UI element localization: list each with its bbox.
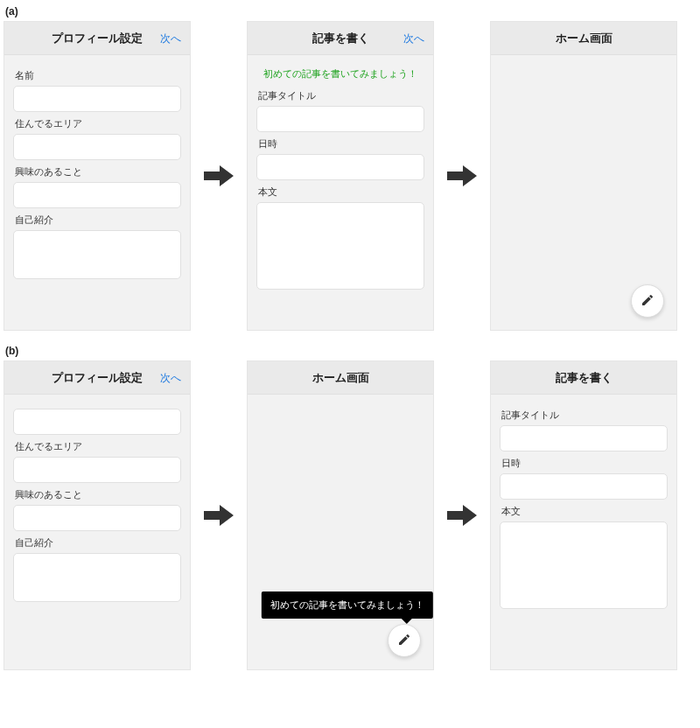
label-bio-a: 自己紹介: [15, 214, 181, 227]
body-profile-a: 名前 住んでるエリア 興味のあること 自己紹介: [4, 55, 190, 330]
row-b-label: (b): [5, 345, 696, 357]
body-home-a: [491, 55, 676, 330]
label-articletitle-a: 記事タイトル: [258, 89, 424, 102]
input-name-a[interactable]: [13, 86, 181, 112]
textarea-body-b[interactable]: [500, 522, 668, 609]
row-b: プロフィール設定 次へ 住んでるエリア 興味のあること 自己紹介 ホーム画面 初…: [4, 360, 696, 670]
header-home-a: ホーム画面: [491, 22, 676, 55]
input-area-a[interactable]: [13, 134, 181, 160]
header-write-a: 記事を書く 次へ: [248, 22, 433, 55]
screen-home-b: ホーム画面 初めての記事を書いてみましょう！: [247, 360, 434, 670]
title-profile-b: プロフィール設定: [52, 370, 143, 386]
input-articletitle-b[interactable]: [500, 425, 668, 452]
label-articletitle-b: 記事タイトル: [501, 409, 668, 422]
pencil-icon: [397, 633, 411, 649]
input-interests-a[interactable]: [13, 182, 181, 208]
label-body-b: 本文: [501, 505, 668, 518]
input-interests-b[interactable]: [13, 505, 181, 531]
arrow-right-icon: [443, 164, 481, 188]
label-bio-b: 自己紹介: [15, 536, 181, 550]
body-write-a: 初めての記事を書いてみましょう！ 記事タイトル 日時 本文: [248, 55, 433, 330]
label-area-b: 住んでるエリア: [15, 440, 181, 453]
textarea-bio-a[interactable]: [13, 230, 181, 279]
textarea-body-a[interactable]: [256, 202, 424, 290]
next-button-write-a[interactable]: 次へ: [403, 31, 424, 46]
title-home-a: ホーム画面: [556, 31, 612, 46]
label-name-a: 名前: [15, 69, 181, 82]
header-home-b: ホーム画面: [248, 361, 433, 395]
body-write-b: 記事タイトル 日時 本文: [491, 395, 676, 669]
title-home-b: ホーム画面: [312, 370, 369, 386]
input-datetime-a[interactable]: [256, 154, 424, 180]
label-datetime-a: 日時: [258, 137, 424, 150]
title-write-a: 記事を書く: [312, 31, 369, 46]
label-area-a: 住んでるエリア: [15, 117, 181, 130]
label-interests-a: 興味のあること: [15, 165, 181, 178]
header-profile-b: プロフィール設定 次へ: [4, 361, 190, 395]
next-button-profile-a[interactable]: 次へ: [160, 31, 181, 46]
header-write-b: 記事を書く: [491, 361, 676, 395]
hint-first-article-a: 初めての記事を書いてみましょう！: [256, 67, 424, 80]
body-profile-b: 住んでるエリア 興味のあること 自己紹介: [4, 395, 190, 669]
screen-profile-a: プロフィール設定 次へ 名前 住んでるエリア 興味のあること 自己紹介: [4, 21, 191, 331]
fab-compose-a[interactable]: [631, 284, 664, 318]
fab-compose-b[interactable]: [388, 624, 421, 657]
input-datetime-b[interactable]: [500, 473, 668, 500]
row-a-label: (a): [5, 5, 696, 18]
arrow-right-icon: [443, 503, 481, 528]
screen-write-a: 記事を書く 次へ 初めての記事を書いてみましょう！ 記事タイトル 日時 本文: [247, 21, 434, 331]
body-home-b: 初めての記事を書いてみましょう！: [248, 395, 433, 669]
title-write-b: 記事を書く: [556, 370, 612, 386]
screen-write-b: 記事を書く 記事タイトル 日時 本文: [490, 360, 677, 670]
tooltip-first-article: 初めての記事を書いてみましょう！: [262, 592, 433, 619]
header-profile-a: プロフィール設定 次へ: [4, 22, 190, 55]
screen-profile-b: プロフィール設定 次へ 住んでるエリア 興味のあること 自己紹介: [4, 360, 191, 670]
arrow-right-icon: [200, 164, 238, 188]
input-articletitle-a[interactable]: [256, 106, 424, 132]
screen-home-a: ホーム画面: [490, 21, 677, 331]
row-a: プロフィール設定 次へ 名前 住んでるエリア 興味のあること 自己紹介 記事を書…: [4, 21, 696, 331]
pencil-icon: [640, 293, 654, 310]
next-button-profile-b[interactable]: 次へ: [160, 370, 181, 385]
label-body-a: 本文: [258, 186, 424, 199]
arrow-right-icon: [200, 503, 238, 528]
title-profile-a: プロフィール設定: [52, 31, 143, 46]
input-name-b[interactable]: [13, 409, 181, 435]
label-interests-b: 興味のあること: [15, 488, 181, 501]
label-datetime-b: 日時: [501, 457, 668, 470]
input-area-b[interactable]: [13, 457, 181, 483]
textarea-bio-b[interactable]: [13, 553, 181, 602]
